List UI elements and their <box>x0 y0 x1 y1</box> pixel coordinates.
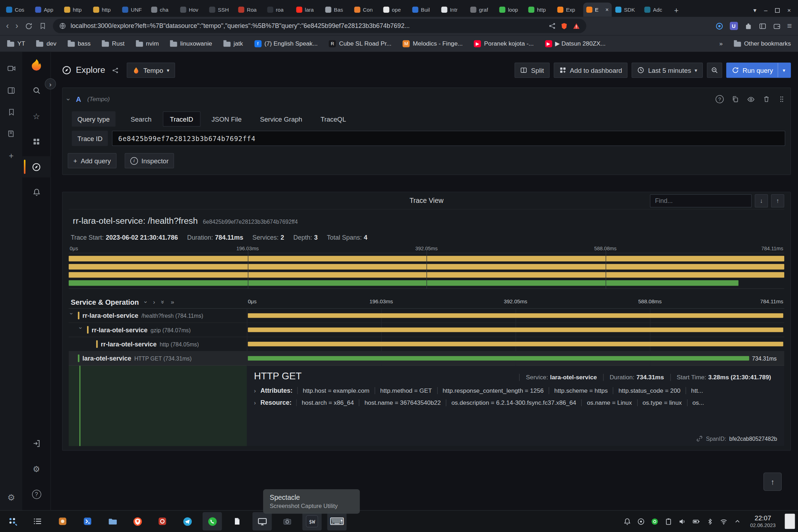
query-help-icon[interactable]: ? <box>716 95 724 103</box>
dollar-w-app-icon[interactable]: $W <box>302 512 322 531</box>
bluetooth-icon[interactable] <box>706 518 713 525</box>
screen-share-monitor-icon[interactable] <box>253 512 272 531</box>
browser-tab[interactable]: http × <box>525 2 554 17</box>
browser-tab[interactable]: UNF × <box>119 2 148 17</box>
graphics-app-icon[interactable] <box>53 512 73 531</box>
file-manager-icon[interactable] <box>103 512 122 531</box>
wallet-icon[interactable] <box>773 22 781 30</box>
whatsapp-tray-icon[interactable] <box>651 518 659 525</box>
query-type-tab[interactable]: Search <box>123 111 159 127</box>
browser-tab[interactable]: Hov × <box>177 2 206 17</box>
forward-icon[interactable]: › <box>16 21 18 30</box>
bookmark-item[interactable]: M Melodics - Finge... <box>403 40 463 47</box>
collapse-query-icon[interactable]: › <box>65 98 73 100</box>
nav-expand-icon[interactable]: › <box>45 78 56 90</box>
terminal-app-icon[interactable] <box>78 512 97 531</box>
span-row[interactable]: › rr-lara-otel-service /health?fresh (78… <box>69 309 784 323</box>
span-collapse-icon[interactable]: › <box>69 312 75 318</box>
query-type-tab[interactable]: TraceQL <box>313 111 353 127</box>
bookmark-item[interactable]: jatk <box>223 40 243 47</box>
music-app-icon[interactable] <box>153 512 172 531</box>
span-collapse-icon[interactable]: › <box>78 327 84 333</box>
bookmark-item[interactable]: linuxowanie <box>170 40 212 47</box>
document-app-icon[interactable] <box>227 512 247 531</box>
other-bookmarks[interactable]: Other bookmarks <box>734 40 791 47</box>
nav-starred-icon[interactable]: ☆ <box>22 105 51 127</box>
bookmark-item[interactable]: ▶ ▶ Datsun 280ZX... <box>545 40 606 47</box>
run-query-button[interactable]: Run query ▾ <box>726 63 791 78</box>
find-input[interactable]: Find... <box>650 194 752 207</box>
span-row[interactable]: › lara-otel-service HTTP GET (734.31ms) … <box>69 351 784 366</box>
span-duration-bar[interactable] <box>248 342 783 346</box>
split-button[interactable]: Split <box>515 63 549 78</box>
ublock-extension-icon[interactable]: U <box>730 22 738 30</box>
share-icon[interactable] <box>549 22 556 29</box>
browser-tab[interactable]: Con × <box>351 2 380 17</box>
add-query-button[interactable]: + Add query <box>68 153 116 168</box>
query-type-tab[interactable]: Service Graph <box>253 111 310 127</box>
grafana-logo[interactable] <box>29 58 43 72</box>
span-row[interactable]: › rr-lara-otel-service http (784.05ms) <box>69 337 784 351</box>
browser-tab[interactable]: E × <box>583 2 612 17</box>
add-sidebar-item-icon[interactable]: + <box>9 152 13 161</box>
expand-all-icon[interactable]: » <box>171 298 174 305</box>
clipboard-icon[interactable] <box>665 518 672 525</box>
remove-query-trash-icon[interactable] <box>763 95 770 103</box>
tab-close-icon[interactable]: × <box>606 7 609 13</box>
resource-row[interactable]: › Resource: host.arch = x86_64host.name … <box>254 399 777 406</box>
browser-tab[interactable]: http × <box>90 2 119 17</box>
browser-tab[interactable]: Bas × <box>322 2 351 17</box>
new-tab-button[interactable]: + <box>670 4 683 17</box>
browser-tab[interactable]: SSH × <box>206 2 235 17</box>
query-type-tab[interactable]: JSON File <box>204 111 249 127</box>
browser-tab[interactable]: Cos × <box>3 2 32 17</box>
collapse-one-icon[interactable]: › <box>143 301 150 303</box>
trace-minimap[interactable]: 0μs196.03ms392.05ms588.08ms784.11ms <box>69 246 784 289</box>
disable-query-eye-icon[interactable] <box>747 95 755 103</box>
share-shortcut-icon[interactable] <box>112 67 118 74</box>
bookmark-item[interactable]: bass <box>68 40 91 47</box>
tab-search-icon[interactable]: ▾ <box>753 7 757 14</box>
video-call-icon[interactable] <box>7 64 15 72</box>
bookmark-item[interactable]: R Cube SL Road Pr... <box>329 40 392 47</box>
spectacle-icon[interactable] <box>277 512 297 531</box>
expand-attributes-icon[interactable]: › <box>254 387 256 393</box>
menu-icon[interactable]: ≡ <box>787 21 792 30</box>
duplicate-query-icon[interactable] <box>732 95 739 103</box>
bookmark-item[interactable]: Rust <box>102 40 125 47</box>
journal-icon[interactable] <box>7 130 15 138</box>
bookmark-item[interactable]: ▶ Poranek kojota -... <box>474 40 534 47</box>
nav-alerting-icon[interactable] <box>22 182 51 203</box>
nav-help-icon[interactable]: ? <box>22 484 51 505</box>
bookmarks-panel-icon[interactable] <box>7 108 15 116</box>
warning-icon[interactable] <box>572 22 580 30</box>
browser-tab[interactable]: http × <box>61 2 90 17</box>
nav-explore-icon[interactable] <box>22 156 51 177</box>
whatsapp-icon[interactable] <box>203 512 222 531</box>
link-icon[interactable] <box>696 435 703 442</box>
expand-tray-chevron-icon[interactable] <box>734 518 741 525</box>
run-query-dropdown-icon[interactable]: ▾ <box>783 68 785 73</box>
task-manager-icon[interactable] <box>28 512 47 531</box>
browser-tab[interactable]: cha × <box>148 2 177 17</box>
find-next-button[interactable]: ↓ <box>755 194 768 207</box>
trace-id-input[interactable]: 6e8425b99ef7e28123b3b674b7692ff4 <box>112 131 785 146</box>
bookmark-item[interactable]: YT <box>7 40 25 47</box>
browser-tab[interactable]: Buil × <box>409 2 438 17</box>
bookmark-item[interactable]: f (7) English Speak... <box>254 40 318 47</box>
datasource-picker[interactable]: Tempo ▾ <box>127 63 175 78</box>
browser-tab[interactable]: loop × <box>496 2 525 17</box>
span-duration-bar[interactable] <box>248 356 749 361</box>
browser-tab[interactable]: App × <box>32 2 61 17</box>
browser-tab[interactable]: SDK × <box>612 2 641 17</box>
brave-shields-icon[interactable] <box>560 22 568 30</box>
browser-tab[interactable]: Exp × <box>554 2 583 17</box>
expand-one-icon[interactable]: › <box>153 298 155 305</box>
bookmark-flag-icon[interactable] <box>39 22 46 29</box>
drag-handle-icon[interactable] <box>778 95 785 103</box>
browser-tab[interactable]: Intr × <box>438 2 467 17</box>
volume-icon[interactable] <box>678 518 686 525</box>
telegram-icon[interactable] <box>178 512 197 531</box>
browser-tab[interactable]: roa × <box>264 2 293 17</box>
reload-icon[interactable] <box>25 22 33 30</box>
